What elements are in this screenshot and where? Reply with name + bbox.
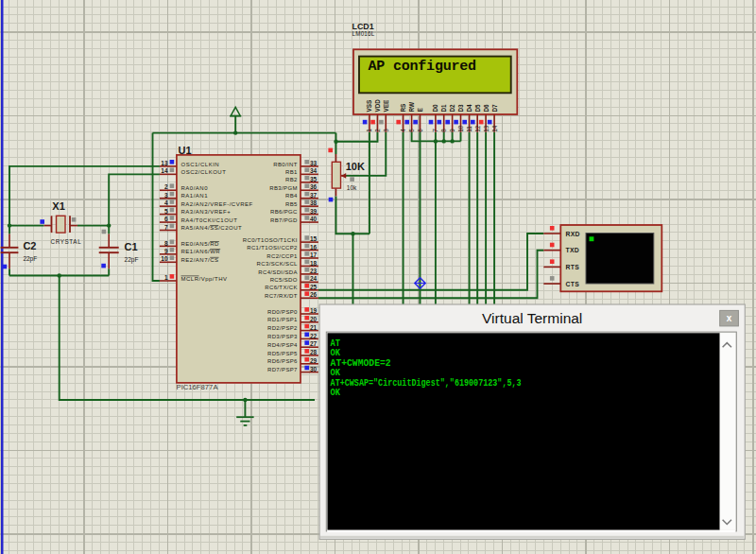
svg-text:PIC16F877A: PIC16F877A xyxy=(177,383,219,391)
svg-text:1: 1 xyxy=(366,129,372,132)
svg-text:RD6/PSP6: RD6/PSP6 xyxy=(267,358,298,364)
svg-text:17: 17 xyxy=(310,251,318,258)
svg-text:CRYSTAL: CRYSTAL xyxy=(51,238,82,245)
svg-text:10: 10 xyxy=(161,255,168,262)
svg-text:RC4/SDI/SDA: RC4/SDI/SDA xyxy=(258,269,298,275)
svg-text:RD4/PSP4: RD4/PSP4 xyxy=(267,342,298,348)
svg-text:U1: U1 xyxy=(179,145,192,156)
svg-text:RB3/PGM: RB3/PGM xyxy=(269,185,297,191)
svg-text:RD2/PSP2: RD2/PSP2 xyxy=(267,325,298,331)
svg-text:D6: D6 xyxy=(483,104,490,113)
svg-text:RC2/CCP1: RC2/CCP1 xyxy=(266,253,298,259)
svg-text:RA4/T0CKI/C1OUT: RA4/T0CKI/C1OUT xyxy=(181,217,238,223)
svg-text:RB6/PGC: RB6/PGC xyxy=(270,209,298,215)
svg-text:8: 8 xyxy=(164,240,168,247)
svg-text:RA1/AN1: RA1/AN1 xyxy=(181,193,209,199)
svg-text:27: 27 xyxy=(310,340,318,347)
svg-text:9: 9 xyxy=(449,129,455,132)
svg-text:14: 14 xyxy=(491,125,498,132)
svg-text:4: 4 xyxy=(400,129,406,132)
svg-text:LM016L: LM016L xyxy=(352,30,375,37)
svg-text:36: 36 xyxy=(310,183,318,190)
svg-text:26: 26 xyxy=(310,291,318,298)
svg-text:RA3/AN3/VREF+: RA3/AN3/VREF+ xyxy=(181,209,232,215)
svg-text:RC1/T1OSI/CCP2: RC1/T1OSI/CCP2 xyxy=(247,245,298,251)
svg-text:23: 23 xyxy=(310,268,318,274)
svg-text:D5: D5 xyxy=(474,104,481,113)
svg-text:7: 7 xyxy=(164,224,168,231)
svg-text:RB0/INT: RB0/INT xyxy=(273,162,297,167)
svg-text:VDD: VDD xyxy=(374,99,381,113)
svg-text:D1: D1 xyxy=(440,104,447,113)
svg-text:RC0/T1OSO/T1CKI: RC0/T1OSO/T1CKI xyxy=(243,237,298,243)
svg-text:10: 10 xyxy=(457,125,464,132)
svg-text:22pF: 22pF xyxy=(23,255,37,263)
svg-text:E: E xyxy=(417,108,423,113)
svg-text:OSC1/CLKIN: OSC1/CLKIN xyxy=(181,162,220,167)
svg-text:13: 13 xyxy=(483,125,490,132)
svg-text:Virtual Terminal: Virtual Terminal xyxy=(482,310,582,326)
svg-text:D4: D4 xyxy=(466,104,472,113)
svg-text:RD0/PSP0: RD0/PSP0 xyxy=(267,309,298,315)
svg-text:10k: 10k xyxy=(347,184,357,191)
svg-text:10K: 10K xyxy=(346,161,365,172)
svg-text:RB2: RB2 xyxy=(285,177,298,182)
svg-text:D0: D0 xyxy=(432,104,438,113)
svg-text:22: 22 xyxy=(310,333,318,339)
svg-text:6: 6 xyxy=(164,216,168,222)
svg-text:RD7/PSP7: RD7/PSP7 xyxy=(267,367,298,372)
svg-text:X1: X1 xyxy=(52,200,64,212)
svg-text:3: 3 xyxy=(164,192,168,199)
svg-text:RA5/AN4/SS/C2OUT: RA5/AN4/SS/C2OUT xyxy=(181,225,243,231)
svg-text:RC6/TX/CK: RC6/TX/CK xyxy=(265,285,298,290)
svg-text:RC3/SCK/SCL: RC3/SCK/SCL xyxy=(257,261,299,267)
svg-text:D2: D2 xyxy=(449,104,455,113)
svg-text:13: 13 xyxy=(161,160,168,166)
svg-text:30: 30 xyxy=(310,366,318,372)
svg-text:34: 34 xyxy=(310,167,318,174)
svg-text:AP configured: AP configured xyxy=(369,59,476,75)
svg-text:RW: RW xyxy=(408,101,415,112)
svg-text:OSC2/CLKOUT: OSC2/CLKOUT xyxy=(181,169,227,175)
svg-text:16: 16 xyxy=(310,244,318,251)
svg-text:TXD: TXD xyxy=(566,247,580,253)
svg-text:D3: D3 xyxy=(457,104,464,113)
svg-text:OK: OK xyxy=(331,386,341,398)
svg-text:RB4: RB4 xyxy=(285,193,298,199)
svg-text:VEE: VEE xyxy=(383,99,389,113)
svg-text:RD3/PSP3: RD3/PSP3 xyxy=(267,334,298,339)
svg-text:38: 38 xyxy=(310,199,318,206)
svg-text:37: 37 xyxy=(310,192,318,199)
svg-text:39: 39 xyxy=(310,208,318,215)
svg-text:MCLR/Vpp/THV: MCLR/Vpp/THV xyxy=(181,276,228,282)
svg-text:5: 5 xyxy=(164,208,168,215)
svg-text:C1: C1 xyxy=(125,241,138,252)
svg-text:15: 15 xyxy=(310,235,318,242)
svg-text:RS: RS xyxy=(400,103,406,113)
svg-text:D7: D7 xyxy=(491,104,498,113)
svg-text:11: 11 xyxy=(466,126,472,132)
svg-text:5: 5 xyxy=(408,129,415,132)
svg-text:25: 25 xyxy=(310,284,318,290)
svg-text:2: 2 xyxy=(164,183,168,190)
svg-text:6: 6 xyxy=(417,129,423,132)
svg-text:24: 24 xyxy=(310,275,318,282)
svg-text:RTS: RTS xyxy=(566,264,580,270)
svg-text:14: 14 xyxy=(161,167,168,174)
svg-text:CTS: CTS xyxy=(566,281,580,287)
svg-text:3: 3 xyxy=(383,129,389,132)
svg-text:RE0/AN5/RD: RE0/AN5/RD xyxy=(181,241,220,247)
svg-text:RC5/SDO: RC5/SDO xyxy=(270,277,298,283)
svg-text:18: 18 xyxy=(310,260,318,267)
svg-text:20: 20 xyxy=(310,316,318,322)
svg-text:2: 2 xyxy=(374,129,381,132)
svg-text:19: 19 xyxy=(310,307,318,314)
svg-text:40: 40 xyxy=(310,216,318,222)
svg-text:RB1: RB1 xyxy=(285,169,298,175)
svg-text:RB7/PGD: RB7/PGD xyxy=(270,217,298,223)
svg-text:RA0/AN0: RA0/AN0 xyxy=(181,185,209,191)
svg-text:29: 29 xyxy=(310,357,318,364)
svg-text:VSS: VSS xyxy=(366,99,372,113)
svg-text:RC7/RX/DT: RC7/RX/DT xyxy=(265,293,298,299)
svg-text:21: 21 xyxy=(310,324,318,331)
